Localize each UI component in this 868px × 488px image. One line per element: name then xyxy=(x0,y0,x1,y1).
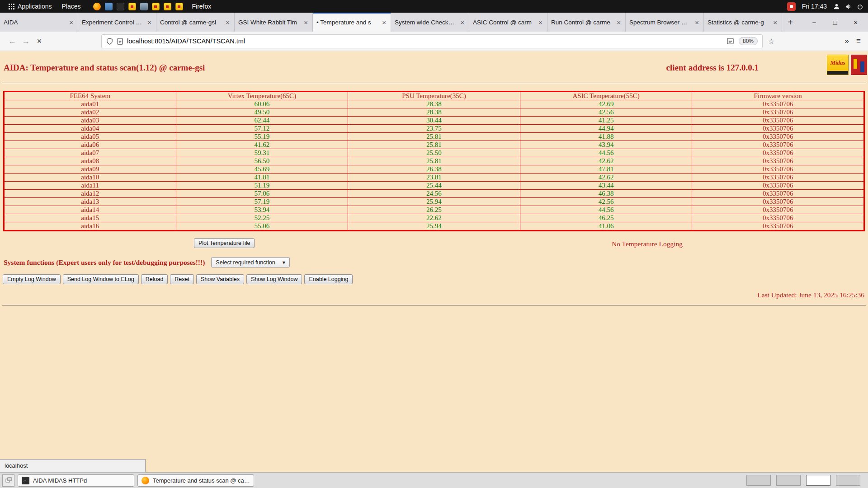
midas-launcher-icon-1[interactable] xyxy=(128,3,136,10)
cell-psu-temperature: 25.44 xyxy=(348,182,520,190)
cell-psu-temperature: 23.81 xyxy=(348,174,520,182)
tab-label: AIDA xyxy=(4,19,66,26)
tab-close-icon[interactable]: × xyxy=(225,19,231,26)
action-button[interactable]: Reload xyxy=(141,274,168,284)
cell-virtex-temperature: 57.12 xyxy=(176,125,348,133)
action-button[interactable]: Enable Logging xyxy=(304,274,353,284)
applications-menu[interactable]: Applications xyxy=(5,0,56,13)
applications-grid-icon xyxy=(9,4,14,9)
tab-close-icon[interactable]: × xyxy=(459,19,465,26)
forward-button[interactable]: → xyxy=(19,34,33,48)
launcher-icons xyxy=(93,3,183,10)
cell-fee64-system: aida11 xyxy=(4,182,176,190)
url-text[interactable]: localhost:8015/AIDA/TSCAN/TSCAN.tml xyxy=(127,38,245,45)
midas-launcher-icon-4[interactable] xyxy=(175,3,183,10)
clock[interactable]: Fri 17:43 xyxy=(802,3,827,10)
page-logos: Midas xyxy=(827,55,867,75)
zoom-level-indicator[interactable]: 80% xyxy=(739,37,758,45)
table-row: aida03 62.44 30.44 41.25 0x3350706 xyxy=(4,117,864,125)
browser-tab[interactable]: Spectrum Browser @ c × xyxy=(626,13,704,32)
midas-launcher-icon-2[interactable] xyxy=(152,3,160,10)
cell-virtex-temperature: 45.69 xyxy=(176,165,348,174)
browser-tab[interactable]: System wide Checks @ × xyxy=(391,13,469,32)
shield-icon[interactable] xyxy=(106,38,113,45)
firefox-launcher-icon[interactable] xyxy=(93,3,101,10)
new-tab-button[interactable]: + xyxy=(782,13,798,32)
tab-close-icon[interactable]: × xyxy=(68,19,74,26)
chevron-down-icon: ▾ xyxy=(283,259,285,266)
show-desktop-button[interactable] xyxy=(2,474,14,487)
active-app-title[interactable]: Firefox xyxy=(192,3,212,10)
tab-close-icon[interactable]: × xyxy=(616,19,622,26)
url-bar[interactable]: localhost:8015/AIDA/TSCAN/TSCAN.tml 80% xyxy=(101,34,763,48)
midas-logo-text: Midas xyxy=(827,59,848,66)
workspace-1[interactable] xyxy=(746,475,771,486)
cell-psu-temperature: 25.81 xyxy=(348,157,520,165)
table-row: aida11 51.19 25.44 43.44 0x3350706 xyxy=(4,182,864,190)
task-aida-midas-httpd[interactable]: >_ AIDA MIDAS HTTPd xyxy=(18,474,134,487)
reader-mode-icon[interactable] xyxy=(727,38,734,44)
overflow-menu-icon[interactable]: » xyxy=(845,37,849,46)
cell-psu-temperature: 30.44 xyxy=(348,117,520,125)
tab-label: System wide Checks @ xyxy=(395,19,457,26)
maximize-button[interactable]: □ xyxy=(825,13,845,32)
tab-close-icon[interactable]: × xyxy=(381,19,387,26)
tab-close-icon[interactable]: × xyxy=(538,19,543,26)
action-button[interactable]: Show Log Window xyxy=(246,274,302,284)
navigation-toolbar: ← → × localhost:8015/AIDA/TSCAN/TSCAN.tm… xyxy=(0,32,868,51)
table-row: aida08 56.50 25.81 42.62 0x3350706 xyxy=(4,157,864,165)
plot-row: Plot Temperature file No Temperature Log… xyxy=(0,238,868,250)
system-functions-row: System functions (Expert users only for … xyxy=(4,257,868,267)
workspace-2[interactable] xyxy=(776,475,801,486)
files-launcher-icon[interactable] xyxy=(105,3,113,10)
table-row: aida16 55.06 25.94 41.06 0x3350706 xyxy=(4,222,864,231)
toolbar-extra: » ≡ xyxy=(845,37,863,46)
close-window-button[interactable]: × xyxy=(845,13,866,32)
back-button[interactable]: ← xyxy=(5,34,19,48)
page-info-icon[interactable] xyxy=(117,38,123,45)
browser-tab[interactable]: AIDA × xyxy=(0,13,78,32)
plot-temperature-file-button[interactable]: Plot Temperature file xyxy=(194,238,255,248)
terminal-launcher-icon[interactable] xyxy=(117,3,124,10)
table-row: aida14 53.94 26.25 44.56 0x3350706 xyxy=(4,206,864,214)
table-row: aida01 60.06 28.38 42.69 0x3350706 xyxy=(4,100,864,108)
system-function-select[interactable]: Select required function ▾ xyxy=(211,257,290,267)
minimize-button[interactable]: − xyxy=(804,13,825,32)
tab-close-icon[interactable]: × xyxy=(772,19,778,26)
browser-tab[interactable]: GSI White Rabbit Tim × xyxy=(235,13,313,32)
cell-psu-temperature: 23.75 xyxy=(348,125,520,133)
recording-indicator-icon[interactable] xyxy=(787,2,796,11)
tab-label: GSI White Rabbit Tim xyxy=(238,19,300,26)
tab-close-icon[interactable]: × xyxy=(303,19,309,26)
cell-firmware-version: 0x3350706 xyxy=(692,125,864,133)
bookmark-star-icon[interactable]: ☆ xyxy=(768,37,774,46)
cell-virtex-temperature: 62.44 xyxy=(176,117,348,125)
browser-tab[interactable]: Experiment Control @ c × xyxy=(78,13,156,32)
system-tray[interactable] xyxy=(833,3,863,10)
screenshot-launcher-icon[interactable] xyxy=(140,3,148,10)
workspace-4[interactable] xyxy=(836,475,860,486)
cell-asic-temperature: 46.38 xyxy=(520,190,692,198)
browser-tab[interactable]: • Temperature and s × xyxy=(313,13,391,32)
workspace-3-active[interactable] xyxy=(806,475,830,486)
task-temperature-scan[interactable]: Temperature and status scan @ car... xyxy=(137,474,254,487)
tab-close-icon[interactable]: × xyxy=(694,19,700,26)
volume-icon xyxy=(845,3,852,10)
cell-fee64-system: aida07 xyxy=(4,149,176,157)
firefox-icon xyxy=(142,477,149,484)
stop-button[interactable]: × xyxy=(33,34,46,48)
hamburger-menu-icon[interactable]: ≡ xyxy=(856,37,861,46)
browser-tab[interactable]: Statistics @ carme-g × xyxy=(704,13,782,32)
browser-tab[interactable]: ASIC Control @ carm × xyxy=(469,13,547,32)
midas-launcher-icon-3[interactable] xyxy=(164,3,171,10)
action-button[interactable]: Reset xyxy=(170,274,194,284)
browser-tab[interactable]: Control @ carme-gsi × xyxy=(156,13,235,32)
midas-logo-bar xyxy=(827,71,848,75)
action-button[interactable]: Empty Log Window xyxy=(3,274,61,284)
browser-tab[interactable]: Run Control @ carme × xyxy=(547,13,626,32)
tab-close-icon[interactable]: × xyxy=(146,19,152,26)
action-button[interactable]: Send Log Window to ELog xyxy=(63,274,139,284)
tab-label: Spectrum Browser @ c xyxy=(629,19,691,26)
places-menu[interactable]: Places xyxy=(58,0,85,13)
action-button[interactable]: Show Variables xyxy=(196,274,244,284)
